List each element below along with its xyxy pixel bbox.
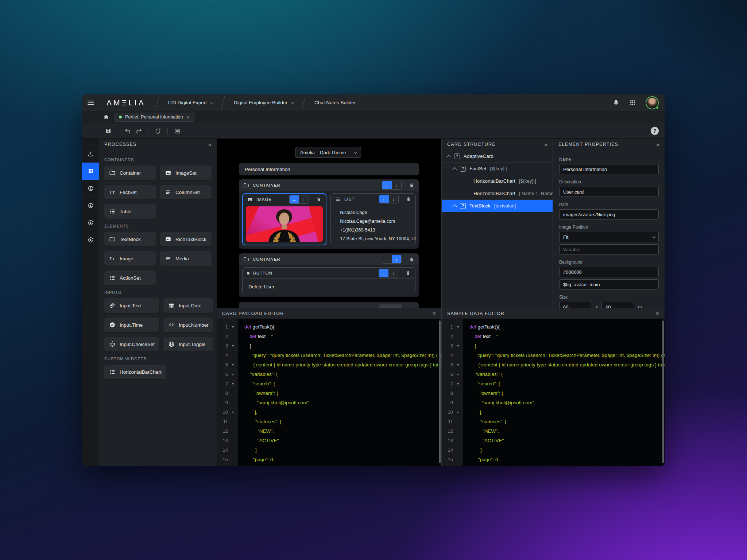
move-down-button[interactable]: ↓: [388, 269, 398, 277]
background-color-field[interactable]: [559, 267, 659, 277]
breadcrumb-chat-notes-builder[interactable]: Chat Notes Builder: [306, 100, 364, 105]
chevron-up-icon[interactable]: [452, 167, 457, 172]
palette-item-input-number[interactable]: Input.Number: [163, 318, 213, 332]
container-block-1[interactable]: CONTAINER ← ↓ IMAGE ←↓: [239, 179, 419, 249]
collapse-down-icon[interactable]: »: [431, 312, 438, 315]
fold-caret-icon[interactable]: ▾: [453, 410, 463, 414]
tree-row-horizontalbarchart[interactable]: HorizontalBarChart[${key}:]: [442, 175, 553, 187]
apps-grid-icon[interactable]: [629, 99, 636, 106]
palette-item-actionset[interactable]: ActionSet: [104, 271, 156, 285]
move-down-button[interactable]: ↓: [299, 195, 309, 203]
preview-button[interactable]: [172, 125, 183, 136]
delete-block-icon[interactable]: [406, 197, 411, 202]
image-position-select[interactable]: Fit: [559, 232, 659, 242]
code-area[interactable]: 1▾def getTask(){2def text = "3▾{4"query"…: [217, 319, 441, 466]
palette-item-factset[interactable]: TTFactSet: [104, 185, 156, 199]
menu-icon[interactable]: [82, 94, 99, 111]
fold-caret-icon[interactable]: ▾: [453, 344, 463, 348]
move-left-button[interactable]: ←: [290, 195, 299, 203]
move-left-button[interactable]: ←: [379, 269, 388, 277]
panel-divider[interactable]: [441, 139, 442, 466]
copy-card-button[interactable]: [152, 125, 163, 136]
palette-item-input-date[interactable]: Input.Date: [163, 298, 213, 313]
help-button[interactable]: ?: [651, 127, 659, 135]
delete-user-button[interactable]: Delete User: [243, 279, 415, 294]
palette-item-container[interactable]: Container: [104, 166, 156, 180]
path-field[interactable]: [559, 209, 659, 219]
button-block[interactable]: BUTTON ←↓ Delete User: [242, 267, 415, 294]
container-block-2[interactable]: CONTAINER ←↓ BUTTON ←↓ Delete User: [239, 253, 419, 297]
breadcrumb-ito-digital-expert[interactable]: ITO Digital Expert: [160, 100, 221, 105]
home-icon[interactable]: [103, 114, 109, 120]
fold-caret-icon[interactable]: ▾: [228, 363, 238, 367]
breadcrumb-digital-employee-builder[interactable]: Digital Employee Builder: [226, 100, 301, 105]
size-width-field[interactable]: [559, 302, 592, 308]
panel-divider[interactable]: [553, 139, 553, 308]
delete-block-icon[interactable]: [316, 197, 321, 202]
fold-caret-icon[interactable]: ▾: [453, 382, 463, 386]
move-left-button[interactable]: ←: [382, 255, 392, 263]
fold-caret-icon[interactable]: ▾: [228, 382, 238, 386]
move-down-button[interactable]: ↓: [389, 195, 398, 203]
move-left-button[interactable]: ←: [382, 181, 392, 189]
close-icon[interactable]: ×: [186, 114, 190, 120]
palette-item-textblock[interactable]: TextBlock: [104, 232, 156, 246]
chevron-up-icon[interactable]: [452, 205, 457, 209]
process-sync-icon-1[interactable]: [82, 180, 99, 197]
move-down-button[interactable]: ↓: [392, 255, 401, 263]
builder-grid-icon[interactable]: [82, 163, 99, 180]
chevron-up-icon[interactable]: [446, 155, 451, 160]
palette-item-table[interactable]: Table: [104, 204, 156, 219]
tab-portlet-personal-information[interactable]: Portlet: Personal Information ×: [115, 113, 194, 122]
palette-item-richtaxtblock[interactable]: RichTaxtBlock: [160, 232, 212, 246]
fold-caret-icon[interactable]: ▾: [228, 410, 238, 414]
delete-block-icon[interactable]: [406, 271, 411, 276]
palette-item-input-text[interactable]: Input.Text: [104, 298, 159, 313]
palette-item-horizontalbarchart[interactable]: HorizontalBarChart: [104, 365, 166, 379]
background-variable-field[interactable]: [559, 279, 659, 289]
fold-caret-icon[interactable]: ▾: [453, 372, 463, 376]
palette-item-input-time[interactable]: Input.Time: [104, 318, 159, 332]
palette-item-image[interactable]: TTImage: [104, 251, 156, 266]
card-title-block[interactable]: Personal Information: [239, 163, 419, 175]
delete-block-icon[interactable]: [409, 257, 414, 262]
process-sync-icon-2[interactable]: [82, 197, 99, 214]
fold-caret-icon[interactable]: ▾: [453, 325, 463, 329]
size-height-field[interactable]: [601, 302, 634, 308]
list-block[interactable]: LIST ←↓ ·Nicolas Cage·Nicolas.Cage@ameli…: [330, 193, 416, 245]
fold-caret-icon[interactable]: ▾: [453, 363, 463, 367]
variable-field[interactable]: [559, 244, 659, 254]
editor-scrollbar[interactable]: [439, 320, 441, 463]
palette-item-input-toggle[interactable]: Input.Toggle: [163, 337, 213, 351]
palette-item-input-choiceset[interactable]: Input.ChoiceSet: [104, 337, 159, 351]
save-button[interactable]: [103, 125, 114, 136]
tree-row-adaptivecard[interactable]: ?AdaptiveCard: [442, 150, 553, 163]
collapse-right-icon[interactable]: »: [544, 141, 547, 148]
fold-caret-icon[interactable]: ▾: [228, 325, 238, 329]
editor-scrollbar[interactable]: [662, 320, 664, 463]
fold-caret-icon[interactable]: ▾: [228, 344, 238, 348]
delete-block-icon[interactable]: [409, 183, 414, 188]
undo-button[interactable]: [122, 125, 133, 136]
code-area[interactable]: 1▾def getTask(){2def text = "3▾{4"query"…: [442, 319, 665, 466]
tree-row-factset[interactable]: ?FactSet[${key}:]: [442, 163, 553, 175]
import-icon[interactable]: [82, 145, 99, 163]
collapse-down-icon[interactable]: »: [655, 312, 661, 315]
notifications-bell-icon[interactable]: [612, 99, 620, 106]
palette-item-imageset[interactable]: ImageSet: [160, 166, 212, 180]
process-sync-icon-4[interactable]: [82, 231, 99, 248]
collapse-left-icon[interactable]: «: [208, 141, 212, 148]
tree-row-textblock[interactable]: ?TextBlock[textvalue]: [442, 200, 553, 212]
theme-selector[interactable]: Amelia – Dark Theme: [295, 147, 361, 158]
redo-button[interactable]: [133, 125, 144, 136]
tree-row-horizontalbarchart[interactable]: HorizontalBarChart[ Name 1, Name 2, Name: [442, 187, 553, 200]
process-sync-icon-3[interactable]: [82, 214, 99, 231]
image-block[interactable]: IMAGE ←↓: [242, 193, 326, 245]
move-left-button[interactable]: ←: [379, 195, 389, 203]
name-field[interactable]: [559, 164, 659, 174]
palette-item-media[interactable]: Media: [160, 251, 212, 266]
description-field[interactable]: [559, 187, 659, 197]
user-avatar[interactable]: [646, 96, 659, 109]
move-down-button[interactable]: ↓: [392, 181, 401, 189]
palette-item-columnset[interactable]: ColumnSet: [160, 185, 212, 199]
